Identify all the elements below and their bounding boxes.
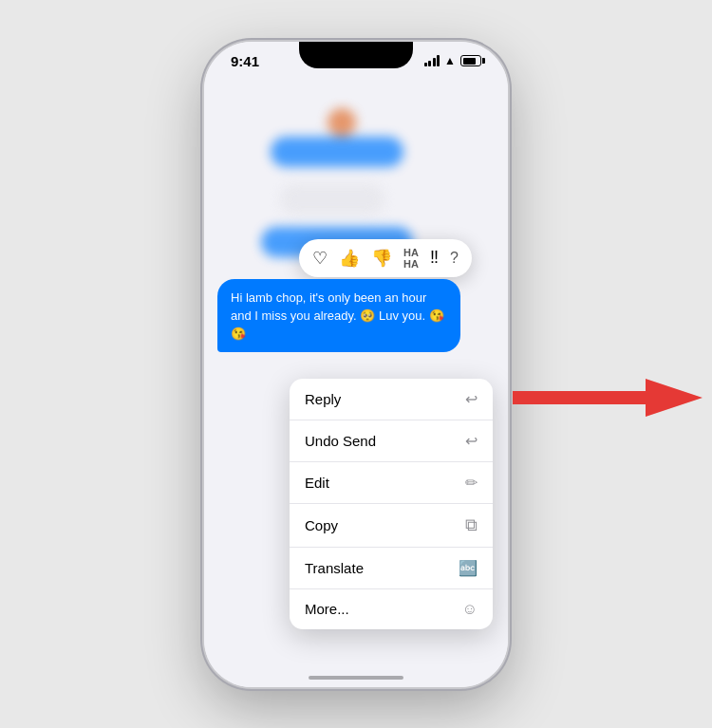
reply-label: Reply — [305, 391, 341, 407]
phone-frame: 9:41 ▲ ♡ — [204, 42, 508, 687]
signal-icon — [424, 55, 440, 66]
menu-item-more[interactable]: More... ☺ — [290, 589, 493, 629]
message-text: Hi lamb chop, it's only been an hour and… — [231, 290, 444, 341]
menu-item-edit[interactable]: Edit ✏ — [290, 462, 493, 504]
reply-icon: ↩ — [465, 390, 478, 408]
undo-send-icon: ↩ — [465, 432, 478, 450]
edit-icon: ✏ — [465, 474, 478, 492]
battery-icon — [460, 55, 481, 66]
translate-label: Translate — [305, 560, 364, 576]
phone-screen: 9:41 ▲ ♡ — [204, 42, 508, 687]
copy-label: Copy — [305, 517, 338, 533]
reaction-bar[interactable]: ♡ 👍 👎 HAHA ‼ ? — [299, 239, 472, 277]
menu-item-copy[interactable]: Copy ⧉ — [290, 504, 493, 548]
home-indicator — [309, 676, 403, 680]
question-reaction[interactable]: ? — [450, 250, 459, 267]
copy-icon: ⧉ — [465, 515, 478, 535]
status-time: 9:41 — [231, 53, 259, 69]
phone-notch — [299, 42, 413, 68]
svg-marker-0 — [513, 379, 703, 417]
wifi-icon: ▲ — [444, 54, 456, 67]
menu-item-translate[interactable]: Translate 🔤 — [290, 548, 493, 589]
exclamation-reaction[interactable]: ‼ — [430, 248, 439, 268]
scene: 9:41 ▲ ♡ — [0, 0, 712, 728]
translate-icon: 🔤 — [459, 559, 478, 577]
red-arrow-icon — [513, 374, 703, 421]
thumbsup-reaction[interactable]: 👍 — [339, 248, 360, 269]
more-label: More... — [305, 601, 349, 617]
undo-send-label: Undo Send — [305, 433, 376, 449]
context-menu: Reply ↩ Undo Send ↩ Edit ✏ Copy ⧉ Transl… — [290, 379, 493, 629]
message-bubble: Hi lamb chop, it's only been an hour and… — [217, 279, 460, 353]
heart-reaction[interactable]: ♡ — [312, 248, 328, 269]
edit-label: Edit — [305, 475, 329, 491]
haha-reaction[interactable]: HAHA — [403, 247, 419, 270]
menu-item-reply[interactable]: Reply ↩ — [290, 379, 493, 420]
status-icons: ▲ — [424, 54, 481, 67]
more-icon: ☺ — [462, 601, 478, 618]
thumbsdown-reaction[interactable]: 👎 — [371, 248, 392, 269]
menu-item-undo-send[interactable]: Undo Send ↩ — [290, 420, 493, 462]
